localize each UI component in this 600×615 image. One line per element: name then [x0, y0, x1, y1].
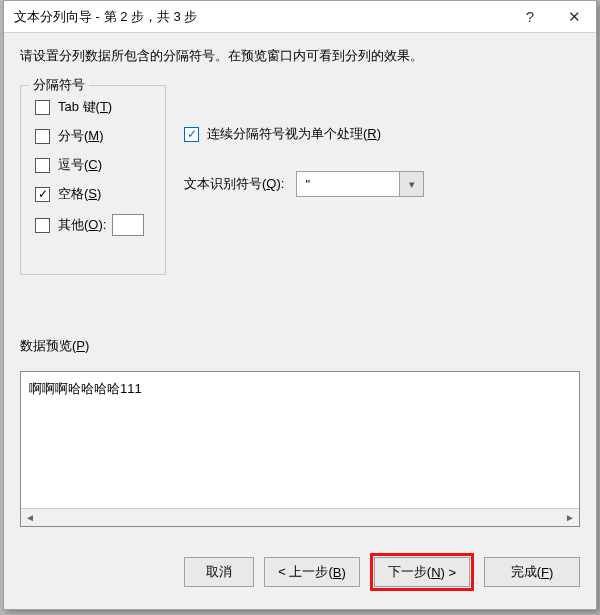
- scroll-right-icon[interactable]: ►: [561, 509, 579, 526]
- consecutive-label: 连续分隔符号视为单个处理(R): [207, 125, 381, 143]
- preview-content: 啊啊啊哈哈哈哈111: [21, 372, 579, 508]
- horizontal-scrollbar[interactable]: ◄ ►: [21, 508, 579, 526]
- qualifier-value: ": [297, 177, 399, 192]
- tab-label: Tab 键(T): [58, 98, 112, 116]
- delimiters-legend: 分隔符号: [29, 76, 89, 94]
- consecutive-checkbox-row[interactable]: 连续分隔符号视为单个处理(R): [184, 125, 580, 143]
- preview-box: 啊啊啊哈哈哈哈111 ◄ ►: [20, 371, 580, 527]
- dialog-body: 请设置分列数据所包含的分隔符号。在预览窗口内可看到分列的效果。 分隔符号 Tab…: [4, 33, 596, 601]
- tab-checkbox[interactable]: [35, 100, 50, 115]
- comma-label: 逗号(C): [58, 156, 102, 174]
- instruction-text: 请设置分列数据所包含的分隔符号。在预览窗口内可看到分列的效果。: [20, 47, 580, 65]
- consecutive-checkbox[interactable]: [184, 127, 199, 142]
- tab-checkbox-row[interactable]: Tab 键(T): [35, 98, 151, 116]
- delimiters-fieldset: 分隔符号 Tab 键(T) 分号(M) 逗号(C) 空格(S): [20, 85, 166, 275]
- other-checkbox[interactable]: [35, 218, 50, 233]
- comma-checkbox[interactable]: [35, 158, 50, 173]
- text-to-columns-wizard-dialog: 文本分列向导 - 第 2 步，共 3 步 ? ✕ 请设置分列数据所包含的分隔符号…: [3, 0, 597, 610]
- qualifier-select[interactable]: " ▾: [296, 171, 424, 197]
- other-checkbox-row[interactable]: 其他(O):: [35, 214, 151, 236]
- cancel-button[interactable]: 取消: [184, 557, 254, 587]
- chevron-down-icon[interactable]: ▾: [399, 172, 423, 196]
- finish-button[interactable]: 完成(F): [484, 557, 580, 587]
- help-button[interactable]: ?: [508, 1, 552, 33]
- semicolon-checkbox[interactable]: [35, 129, 50, 144]
- close-button[interactable]: ✕: [552, 1, 596, 33]
- next-button-highlight: 下一步(N) >: [370, 553, 474, 591]
- space-checkbox[interactable]: [35, 187, 50, 202]
- scroll-left-icon[interactable]: ◄: [21, 509, 39, 526]
- next-button[interactable]: 下一步(N) >: [374, 557, 470, 587]
- dialog-title: 文本分列向导 - 第 2 步，共 3 步: [14, 8, 508, 26]
- other-delimiter-input[interactable]: [112, 214, 144, 236]
- semicolon-checkbox-row[interactable]: 分号(M): [35, 127, 151, 145]
- qualifier-label: 文本识别符号(Q):: [184, 175, 284, 193]
- scroll-track[interactable]: [39, 509, 561, 526]
- other-label: 其他(O):: [58, 216, 106, 234]
- right-options: 连续分隔符号视为单个处理(R) 文本识别符号(Q): " ▾: [184, 85, 580, 275]
- titlebar: 文本分列向导 - 第 2 步，共 3 步 ? ✕: [4, 1, 596, 33]
- button-row: 取消 < 上一步(B) 下一步(N) > 完成(F): [20, 553, 580, 591]
- semicolon-label: 分号(M): [58, 127, 104, 145]
- comma-checkbox-row[interactable]: 逗号(C): [35, 156, 151, 174]
- space-label: 空格(S): [58, 185, 101, 203]
- back-button[interactable]: < 上一步(B): [264, 557, 360, 587]
- text-qualifier-row: 文本识别符号(Q): " ▾: [184, 171, 580, 197]
- upper-section: 分隔符号 Tab 键(T) 分号(M) 逗号(C) 空格(S): [20, 85, 580, 275]
- space-checkbox-row[interactable]: 空格(S): [35, 185, 151, 203]
- preview-label: 数据预览(P): [20, 337, 580, 355]
